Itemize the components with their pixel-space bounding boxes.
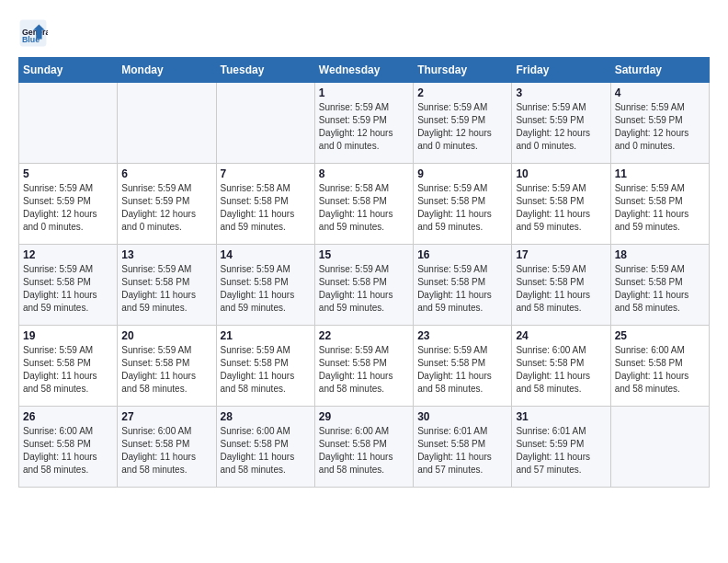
calendar-cell: 4Sunrise: 5:59 AM Sunset: 5:59 PM Daylig…: [610, 83, 709, 164]
day-info: Sunrise: 5:59 AM Sunset: 5:59 PM Dayligh…: [23, 182, 113, 234]
calendar-cell: 1Sunrise: 5:59 AM Sunset: 5:59 PM Daylig…: [314, 83, 413, 164]
calendar-cell: 13Sunrise: 5:59 AM Sunset: 5:58 PM Dayli…: [118, 245, 216, 326]
calendar-cell: 12Sunrise: 5:59 AM Sunset: 5:58 PM Dayli…: [19, 245, 118, 326]
day-info: Sunrise: 5:59 AM Sunset: 5:58 PM Dayligh…: [319, 344, 409, 396]
day-number: 23: [417, 329, 507, 342]
day-number: 21: [221, 329, 311, 342]
calendar-week-4: 19Sunrise: 5:59 AM Sunset: 5:58 PM Dayli…: [19, 326, 710, 407]
day-number: 30: [417, 410, 507, 423]
day-info: Sunrise: 6:00 AM Sunset: 5:58 PM Dayligh…: [319, 425, 409, 477]
day-info: Sunrise: 5:59 AM Sunset: 5:58 PM Dayligh…: [417, 182, 507, 234]
day-number: 11: [615, 167, 705, 180]
calendar-cell: 17Sunrise: 5:59 AM Sunset: 5:58 PM Dayli…: [512, 245, 610, 326]
day-info: Sunrise: 5:59 AM Sunset: 5:58 PM Dayligh…: [615, 263, 705, 315]
day-info: Sunrise: 5:59 AM Sunset: 5:59 PM Dayligh…: [417, 101, 507, 153]
day-number: 29: [319, 410, 409, 423]
day-number: 6: [121, 167, 211, 180]
calendar-header: SundayMondayTuesdayWednesdayThursdayFrid…: [19, 58, 710, 83]
calendar-cell: 14Sunrise: 5:59 AM Sunset: 5:58 PM Dayli…: [216, 245, 314, 326]
calendar-cell: 16Sunrise: 5:59 AM Sunset: 5:58 PM Dayli…: [414, 245, 512, 326]
calendar-cell: 19Sunrise: 5:59 AM Sunset: 5:58 PM Dayli…: [19, 326, 118, 407]
day-number: 19: [23, 329, 113, 342]
day-info: Sunrise: 5:59 AM Sunset: 5:58 PM Dayligh…: [516, 263, 606, 315]
day-info: Sunrise: 6:00 AM Sunset: 5:58 PM Dayligh…: [23, 425, 113, 477]
calendar-cell: 23Sunrise: 5:59 AM Sunset: 5:58 PM Dayli…: [414, 326, 512, 407]
calendar-cell: 27Sunrise: 6:00 AM Sunset: 5:58 PM Dayli…: [118, 407, 216, 488]
day-number: 14: [221, 248, 311, 261]
day-number: 17: [516, 248, 606, 261]
day-number: 31: [516, 410, 606, 423]
calendar-week-5: 26Sunrise: 6:00 AM Sunset: 5:58 PM Dayli…: [19, 407, 710, 488]
day-number: 27: [121, 410, 211, 423]
day-number: 4: [615, 86, 705, 99]
day-info: Sunrise: 5:59 AM Sunset: 5:59 PM Dayligh…: [319, 101, 409, 153]
calendar-cell: 29Sunrise: 6:00 AM Sunset: 5:58 PM Dayli…: [314, 407, 413, 488]
weekday-row: SundayMondayTuesdayWednesdayThursdayFrid…: [19, 58, 710, 83]
weekday-header-monday: Monday: [118, 58, 216, 83]
calendar-cell: 6Sunrise: 5:59 AM Sunset: 5:59 PM Daylig…: [118, 164, 216, 245]
page-header: General Blue: [18, 18, 710, 48]
calendar-cell: [118, 83, 216, 164]
weekday-header-thursday: Thursday: [414, 58, 512, 83]
day-number: 15: [319, 248, 409, 261]
weekday-header-friday: Friday: [512, 58, 610, 83]
calendar-cell: 31Sunrise: 6:01 AM Sunset: 5:59 PM Dayli…: [512, 407, 610, 488]
calendar-cell: 24Sunrise: 6:00 AM Sunset: 5:58 PM Dayli…: [512, 326, 610, 407]
day-info: Sunrise: 5:59 AM Sunset: 5:58 PM Dayligh…: [417, 344, 507, 396]
day-number: 10: [516, 167, 606, 180]
day-info: Sunrise: 6:00 AM Sunset: 5:58 PM Dayligh…: [615, 344, 705, 396]
day-info: Sunrise: 6:01 AM Sunset: 5:59 PM Dayligh…: [516, 425, 606, 477]
calendar-week-3: 12Sunrise: 5:59 AM Sunset: 5:58 PM Dayli…: [19, 245, 710, 326]
day-number: 20: [121, 329, 211, 342]
day-info: Sunrise: 5:59 AM Sunset: 5:58 PM Dayligh…: [23, 344, 113, 396]
day-info: Sunrise: 5:58 AM Sunset: 5:58 PM Dayligh…: [319, 182, 409, 234]
day-info: Sunrise: 5:59 AM Sunset: 5:58 PM Dayligh…: [121, 263, 211, 315]
day-number: 9: [417, 167, 507, 180]
day-info: Sunrise: 6:00 AM Sunset: 5:58 PM Dayligh…: [121, 425, 211, 477]
day-number: 8: [319, 167, 409, 180]
day-number: 13: [121, 248, 211, 261]
day-number: 1: [319, 86, 409, 99]
day-info: Sunrise: 6:00 AM Sunset: 5:58 PM Dayligh…: [516, 344, 606, 396]
day-info: Sunrise: 5:59 AM Sunset: 5:59 PM Dayligh…: [121, 182, 211, 234]
day-info: Sunrise: 5:59 AM Sunset: 5:58 PM Dayligh…: [417, 263, 507, 315]
day-info: Sunrise: 5:59 AM Sunset: 5:58 PM Dayligh…: [221, 344, 311, 396]
calendar-cell: 7Sunrise: 5:58 AM Sunset: 5:58 PM Daylig…: [216, 164, 314, 245]
calendar-table: SundayMondayTuesdayWednesdayThursdayFrid…: [18, 57, 710, 488]
day-info: Sunrise: 5:59 AM Sunset: 5:58 PM Dayligh…: [615, 182, 705, 234]
calendar-cell: 5Sunrise: 5:59 AM Sunset: 5:59 PM Daylig…: [19, 164, 118, 245]
day-info: Sunrise: 5:59 AM Sunset: 5:58 PM Dayligh…: [23, 263, 113, 315]
calendar-cell: [610, 407, 709, 488]
day-number: 18: [615, 248, 705, 261]
calendar-cell: 30Sunrise: 6:01 AM Sunset: 5:58 PM Dayli…: [414, 407, 512, 488]
calendar-cell: 2Sunrise: 5:59 AM Sunset: 5:59 PM Daylig…: [414, 83, 512, 164]
day-number: 3: [516, 86, 606, 99]
calendar-cell: 25Sunrise: 6:00 AM Sunset: 5:58 PM Dayli…: [610, 326, 709, 407]
calendar-cell: 28Sunrise: 6:00 AM Sunset: 5:58 PM Dayli…: [216, 407, 314, 488]
weekday-header-sunday: Sunday: [19, 58, 118, 83]
day-number: 24: [516, 329, 606, 342]
day-info: Sunrise: 5:59 AM Sunset: 5:59 PM Dayligh…: [516, 101, 606, 153]
logo: General Blue: [18, 18, 51, 48]
calendar-cell: [19, 83, 118, 164]
day-info: Sunrise: 5:59 AM Sunset: 5:58 PM Dayligh…: [121, 344, 211, 396]
day-number: 2: [417, 86, 507, 99]
calendar-body: 1Sunrise: 5:59 AM Sunset: 5:59 PM Daylig…: [19, 83, 710, 488]
day-info: Sunrise: 6:00 AM Sunset: 5:58 PM Dayligh…: [221, 425, 311, 477]
calendar-cell: 11Sunrise: 5:59 AM Sunset: 5:58 PM Dayli…: [610, 164, 709, 245]
day-number: 25: [615, 329, 705, 342]
day-number: 7: [221, 167, 311, 180]
day-info: Sunrise: 5:58 AM Sunset: 5:58 PM Dayligh…: [221, 182, 311, 234]
calendar-cell: 10Sunrise: 5:59 AM Sunset: 5:58 PM Dayli…: [512, 164, 610, 245]
day-info: Sunrise: 6:01 AM Sunset: 5:58 PM Dayligh…: [417, 425, 507, 477]
day-number: 22: [319, 329, 409, 342]
calendar-cell: 18Sunrise: 5:59 AM Sunset: 5:58 PM Dayli…: [610, 245, 709, 326]
calendar-cell: 9Sunrise: 5:59 AM Sunset: 5:58 PM Daylig…: [414, 164, 512, 245]
calendar-cell: 3Sunrise: 5:59 AM Sunset: 5:59 PM Daylig…: [512, 83, 610, 164]
calendar-week-2: 5Sunrise: 5:59 AM Sunset: 5:59 PM Daylig…: [19, 164, 710, 245]
calendar-week-1: 1Sunrise: 5:59 AM Sunset: 5:59 PM Daylig…: [19, 83, 710, 164]
day-number: 26: [23, 410, 113, 423]
calendar-cell: 8Sunrise: 5:58 AM Sunset: 5:58 PM Daylig…: [314, 164, 413, 245]
logo-icon: General Blue: [18, 18, 48, 48]
calendar-cell: 22Sunrise: 5:59 AM Sunset: 5:58 PM Dayli…: [314, 326, 413, 407]
